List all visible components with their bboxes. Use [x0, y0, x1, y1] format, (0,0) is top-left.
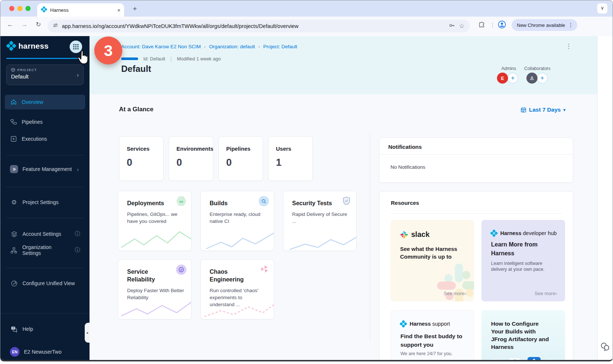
notifications-title: Notifications — [388, 144, 422, 150]
sidebar-item-overview[interactable]: Overview — [5, 95, 85, 109]
module-card-builds[interactable]: Builds Enterprise ready, cloud native CI — [200, 191, 274, 251]
sidebar-footer-divider — [0, 313, 90, 314]
module-card-security-tests[interactable]: Security Tests Rapid Delivery of Secure … — [283, 191, 357, 251]
module-title: Security Tests — [292, 199, 336, 207]
progress-bar — [121, 57, 138, 60]
module-title: Builds — [210, 199, 253, 207]
stat-label: Users — [276, 146, 312, 152]
module-description: Run controlled 'chaos' experiments to un… — [210, 287, 267, 308]
support-subtext: We are here 24/7 for you. — [400, 351, 453, 356]
sidebar-item-pipelines[interactable]: Pipelines — [5, 115, 85, 129]
modified-text: Modified 1 week ago — [177, 56, 221, 62]
sidebar-item-label: Project Settings — [22, 199, 59, 205]
module-card-chaos-engineering[interactable]: Chaos Engineering Run controlled 'chaos'… — [200, 259, 274, 319]
sidebar-item-label: Account Settings — [22, 231, 61, 237]
sidebar-item-account-settings[interactable]: Account Settings ⓘ — [5, 227, 85, 241]
harness-diamond-icon — [6, 41, 16, 51]
extensions-icon[interactable] — [478, 21, 485, 29]
home-icon — [10, 99, 17, 105]
stat-value: 1 — [276, 157, 312, 168]
new-tab-button[interactable]: + — [130, 4, 140, 14]
chevron-right-icon: › — [77, 71, 79, 79]
sidebar-item-help[interactable]: ? Help — [5, 322, 85, 336]
sidebar-item-label: Organization Settings — [22, 244, 70, 256]
url-bar[interactable]: app.harness.io/ng/account/YWdkwNPiTceDUK… — [48, 20, 470, 32]
builds-sparkline — [201, 229, 274, 251]
back-icon[interactable]: ← — [6, 20, 15, 29]
admin-avatar: E — [497, 73, 508, 84]
main-content: Account: Dave Karow E2 Non SCIM › Organi… — [90, 33, 597, 360]
browser-tab[interactable]: Harness × — [37, 3, 124, 17]
sidebar-item-user[interactable]: EN E2 NewuserTwo — [5, 344, 85, 359]
see-more-link[interactable]: See more› — [444, 291, 466, 296]
minimize-window-button[interactable] — [17, 6, 22, 11]
sidebar-collapse-handle[interactable]: ◂ — [85, 323, 90, 343]
bookmark-star-icon[interactable]: ☆ — [459, 22, 465, 30]
sidebar-item-label: Help — [22, 326, 33, 332]
zoom-window-button[interactable] — [25, 6, 31, 11]
cube-icon — [11, 68, 15, 72]
stat-label: Environments — [176, 146, 213, 152]
new-chrome-label: New Chrome available — [517, 22, 565, 28]
sidebar-item-feature-management[interactable]: Feature Management › — [5, 162, 85, 176]
resource-card-jfrog[interactable]: How to Configure Your Builds with JFrog … — [481, 310, 565, 360]
sidebar-item-executions[interactable]: Executions — [5, 132, 85, 146]
resources-title: Resources — [391, 200, 419, 206]
site-info-icon[interactable] — [53, 22, 58, 29]
collaborator-avatar — [526, 73, 537, 84]
new-chrome-available-button[interactable]: New Chrome available ⋮ — [512, 19, 577, 31]
chat-help-widget-icon[interactable] — [600, 342, 610, 353]
date-range-selector[interactable]: Last 7 Days ▾ — [521, 106, 565, 113]
breadcrumb-project-link[interactable]: Project: Default — [263, 44, 297, 49]
browser-menu-kebab-icon[interactable]: ⋮ — [568, 22, 574, 28]
page-options-kebab-icon[interactable]: ⋮ — [565, 45, 572, 48]
resource-card-support[interactable]: Harness support Find the Best buddy to s… — [390, 310, 474, 360]
profile-icon[interactable] — [498, 20, 506, 30]
harness-logo[interactable]: harness — [6, 41, 49, 51]
org-hierarchy-icon — [10, 247, 18, 254]
module-card-deployments[interactable]: Deployments Pipelines, GitOps... we have… — [118, 191, 192, 251]
stat-label: Services — [127, 146, 163, 152]
project-selector[interactable]: PROJECT Default › — [6, 64, 84, 85]
collaborators-label: Collaborators — [524, 66, 550, 71]
module-description: Enterprise ready, cloud native CI — [210, 211, 267, 225]
info-icon[interactable]: ⓘ — [75, 231, 80, 237]
developer-hub-heading: Learn More from Harness — [491, 240, 547, 258]
close-tab-icon[interactable]: × — [117, 7, 120, 13]
see-more-link[interactable]: See more› — [535, 291, 557, 296]
project-id-text: Id: Default — [143, 56, 165, 62]
reload-icon[interactable]: ↻ — [34, 20, 43, 29]
breadcrumb-account-link[interactable]: Account: Dave Karow E2 Non SCIM — [121, 44, 201, 49]
right-gutter — [597, 36, 613, 360]
pipeline-diagram — [487, 356, 560, 360]
brand-rest: support — [432, 321, 450, 327]
breadcrumb: Account: Dave Karow E2 Non SCIM › Organi… — [121, 44, 297, 49]
add-admin-button[interactable]: + — [507, 73, 518, 84]
builds-icon — [259, 196, 269, 206]
sidebar-item-configure-unified-view[interactable]: Configure Unified View — [5, 276, 85, 291]
forward-icon[interactable]: → — [20, 20, 29, 29]
no-notifications-text: No Notifications — [390, 164, 425, 170]
sidebar-item-organization-settings[interactable]: Organization Settings ⓘ — [5, 243, 85, 258]
brand-bold: Harness — [410, 321, 431, 327]
stat-label: Pipelines — [226, 146, 263, 152]
harness-wordmark: harness — [18, 42, 49, 50]
add-collaborator-button[interactable]: + — [537, 73, 548, 84]
at-a-glance-title: At a Glance — [119, 106, 154, 113]
stat-card-environments: Environments 0 — [169, 136, 213, 181]
close-window-button[interactable] — [9, 6, 14, 11]
panel-divider — [379, 154, 573, 155]
resource-card-slack[interactable]: slack See what the Harness Community is … — [390, 220, 474, 301]
notifications-panel: Notifications No Notifications — [379, 137, 573, 183]
resource-card-developer-hub[interactable]: Harness developer hub Learn More from Ha… — [481, 220, 565, 301]
password-key-icon[interactable] — [449, 22, 455, 30]
info-icon[interactable]: ⓘ — [75, 247, 80, 253]
breadcrumb-organization-link[interactable]: Organization: default — [209, 44, 255, 49]
module-card-service-reliability[interactable]: Service Reliability Deploy Faster With B… — [118, 259, 192, 319]
browser-window: Harness × + ∨ ← → ↻ app.harness.io/ng/ac… — [0, 0, 613, 361]
sidebar: harness PROJECT Default › Overview Pi — [0, 36, 90, 360]
tab-search-icon[interactable]: ∨ — [597, 3, 607, 14]
jfrog-heading: How to Configure Your Builds with JFrog … — [491, 320, 552, 351]
resources-panel: Resources slack See what the Harness Com… — [379, 191, 573, 360]
sidebar-item-project-settings[interactable]: ⚙ Project Settings — [5, 195, 85, 210]
